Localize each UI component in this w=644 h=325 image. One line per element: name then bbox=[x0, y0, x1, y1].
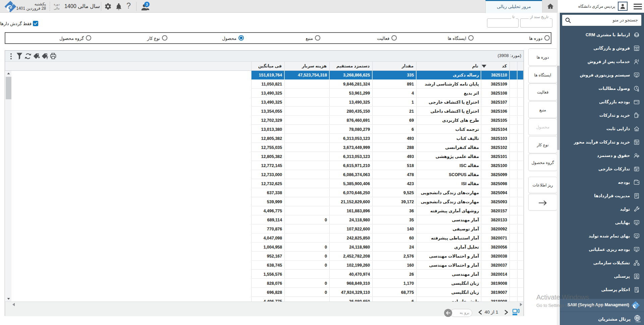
svg-text:i-Care: i-Care bbox=[636, 321, 641, 323]
